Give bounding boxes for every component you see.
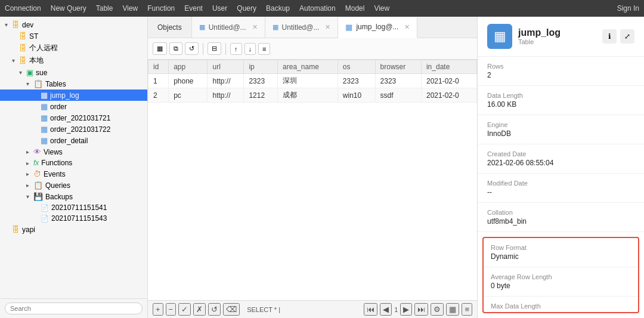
toolbar-filter-btn[interactable]: ⊟ <box>208 42 221 55</box>
table-type-text: Table <box>518 38 561 45</box>
tab-jump-log[interactable]: ▦ jump_log@... ✕ <box>338 17 417 38</box>
menu-backup[interactable]: Backup <box>266 4 290 13</box>
sidebar-item-backup1[interactable]: 📄 20210711151541 <box>0 202 147 213</box>
menu-query[interactable]: Query <box>237 4 256 13</box>
collation-label: Collation <box>487 209 634 216</box>
toolbar-grid-btn[interactable]: ▦ <box>153 42 167 55</box>
toolbar-export-icon: ↑ <box>234 45 238 53</box>
status-delete-btn[interactable]: ⌫ <box>223 303 240 316</box>
sidebar-item-tables[interactable]: 📋 Tables <box>0 78 147 89</box>
sidebar-item-order1[interactable]: ▦ order_2021031721 <box>0 112 147 124</box>
sidebar-item-order[interactable]: ▦ order <box>0 101 147 112</box>
list-view-btn[interactable]: ≡ <box>462 303 472 316</box>
sidebar-item-sue[interactable]: ▣ sue <box>0 67 147 78</box>
folder-icon-queries: 📋 <box>33 181 43 190</box>
sidebar-item-dev[interactable]: 🗄 dev <box>0 19 147 30</box>
info-modified-date: Modified Date -- <box>478 174 644 203</box>
status-check-btn[interactable]: ✓ <box>178 303 191 316</box>
cell-date-1: 2021-02-0 <box>421 74 476 88</box>
sidebar-item-local[interactable]: 🗄 本地 <box>0 54 147 67</box>
status-refresh-btn[interactable]: ↺ <box>208 303 221 316</box>
nav-prev-btn[interactable]: ◀ <box>380 303 392 316</box>
table-row[interactable]: 1 phone http:// 2323 深圳 2323 2323 2021-0… <box>148 74 477 88</box>
rows-value: 2 <box>487 71 634 79</box>
engine-label: Engine <box>487 121 634 128</box>
menu-user[interactable]: User <box>212 4 227 13</box>
cell-url-1: http:// <box>208 74 244 88</box>
db-icon-st: 🗄 <box>19 32 27 41</box>
toolbar-export-btn[interactable]: ↑ <box>230 43 242 55</box>
grid-view-btn[interactable]: ▦ <box>446 303 459 316</box>
toolbar-copy-btn[interactable]: ⧉ <box>169 42 182 55</box>
cell-url-2: http:// <box>208 88 244 103</box>
table-icon-order1: ▦ <box>41 113 48 122</box>
tab-objects[interactable]: Objects <box>148 17 192 38</box>
status-add-btn[interactable]: + <box>153 303 163 316</box>
right-panel-header: ▦ jump_log Table ℹ ⤢ <box>478 17 644 57</box>
menu-connection[interactable]: Connection <box>5 4 41 13</box>
tab-untitled-2[interactable]: ▦ Untitled@... ✕ <box>265 17 339 38</box>
tab-grid-icon-1: ▦ <box>199 23 205 31</box>
db-icon: 🗄 <box>12 20 20 29</box>
sidebar-item-label-order-detail: order_detail <box>50 137 88 145</box>
sidebar-search-area <box>0 298 147 318</box>
sidebar-item-order2[interactable]: ▦ order_2021031722 <box>0 124 147 135</box>
nav-next-btn[interactable]: ▶ <box>400 303 412 316</box>
sidebar-item-st[interactable]: 🗄 ST <box>0 30 147 42</box>
menu-automation[interactable]: Automation <box>299 4 336 13</box>
menu-table[interactable]: Table <box>96 4 113 13</box>
db-icon-local: 🗄 <box>19 56 27 65</box>
sidebar-item-functions[interactable]: fx Functions <box>0 158 147 168</box>
sidebar-item-personal-remote[interactable]: 🗄 个人远程 <box>0 42 147 54</box>
expand-btn[interactable]: ⤢ <box>620 29 634 44</box>
menu-function[interactable]: Function <box>147 4 175 13</box>
sidebar-item-label-backup1: 20210711151541 <box>51 203 107 212</box>
nav-first-btn[interactable]: ⏮ <box>364 303 377 316</box>
menu-new-query[interactable]: New Query <box>51 4 86 13</box>
menu-view2[interactable]: View <box>374 4 389 13</box>
menu-model[interactable]: Model <box>345 4 365 13</box>
status-cross-btn[interactable]: ✗ <box>193 303 206 316</box>
max-data-length-value: 0 byte <box>491 311 631 313</box>
sidebar-item-yapi[interactable]: 🗄 yapi <box>0 224 147 235</box>
toolbar-cols-btn[interactable]: ≡ <box>258 43 270 55</box>
info-btn[interactable]: ℹ <box>602 29 617 44</box>
tab-label-1: Untitled@... <box>209 23 246 32</box>
engine-value: InnoDB <box>487 129 634 138</box>
menu-view[interactable]: View <box>122 4 138 13</box>
sidebar-item-backups[interactable]: 💾 Backups <box>0 191 147 202</box>
collation-value: utf8mb4_bin <box>487 217 634 226</box>
menu-event[interactable]: Event <box>184 4 203 13</box>
status-remove-btn[interactable]: − <box>166 303 177 316</box>
settings-btn[interactable]: ⚙ <box>431 303 444 316</box>
sidebar-tree: 🗄 dev 🗄 ST 🗄 个人远程 🗄 本地 <box>0 17 147 298</box>
tree-arrow-tables <box>26 81 33 87</box>
tab-close-1[interactable]: ✕ <box>252 23 258 31</box>
table-icon-jumplog: ▦ <box>41 91 48 100</box>
sidebar-item-order-detail[interactable]: ▦ order_detail <box>0 135 147 146</box>
menu-signin[interactable]: Sign In <box>617 4 639 13</box>
tree-arrow-queries <box>26 182 33 189</box>
search-input[interactable] <box>5 302 143 314</box>
table-content: id app url ip area_name os browser in_da… <box>148 60 477 300</box>
toolbar-import-btn[interactable]: ↓ <box>244 43 256 55</box>
sidebar-item-label-functions: Functions <box>41 159 72 167</box>
cell-area-2: 成都 <box>278 88 338 103</box>
toolbar-refresh-btn[interactable]: ↺ <box>185 42 199 55</box>
backup-icon-1: 📄 <box>41 204 49 212</box>
tab-untitled-1[interactable]: ▦ Untitled@... ✕ <box>192 17 265 38</box>
tab-bar: Objects ▦ Untitled@... ✕ ▦ Untitled@... … <box>148 17 477 38</box>
sidebar-item-events[interactable]: ⏱ Events <box>0 168 147 180</box>
sidebar-item-queries[interactable]: 📋 Queries <box>0 180 147 191</box>
tab-close-2[interactable]: ✕ <box>325 23 330 31</box>
table-icon-order: ▦ <box>41 102 48 111</box>
sidebar-item-jump-log[interactable]: ▦ jump_log <box>0 89 147 101</box>
sidebar-item-views[interactable]: 👁 Views <box>0 146 147 158</box>
tab-close-jumplog[interactable]: ✕ <box>404 23 410 31</box>
nav-last-btn[interactable]: ⏭ <box>414 303 428 316</box>
sidebar-item-backup2[interactable]: 📄 20210711151543 <box>0 213 147 224</box>
sidebar-item-label-backups: Backups <box>45 193 73 201</box>
table-row[interactable]: 2 pc http:// 1212 成都 win10 ssdf 2021-02-… <box>148 88 477 103</box>
cell-ip-1: 2323 <box>244 74 278 88</box>
tree-arrow-sue <box>19 69 26 76</box>
